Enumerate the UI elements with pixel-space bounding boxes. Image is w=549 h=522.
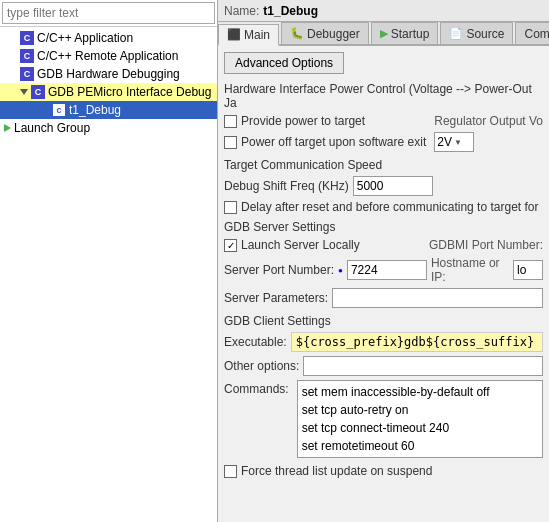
force-thread-checkbox[interactable] — [224, 465, 237, 478]
provide-power-checkbox[interactable] — [224, 115, 237, 128]
debug-shift-label: Debug Shift Freq (KHz) — [224, 179, 349, 193]
c-icon: C — [20, 67, 34, 81]
tab-main[interactable]: ⬛ Main — [218, 24, 279, 46]
hostname-input[interactable] — [513, 260, 543, 280]
name-bar: Name: t1_Debug — [218, 0, 549, 22]
provide-power-row: Provide power to target Regulator Output… — [224, 114, 543, 128]
tree-item-label: GDB Hardware Debugging — [37, 67, 180, 81]
commands-row: Commands: set mem inaccessible-by-defaul… — [224, 380, 543, 458]
delay-label: Delay after reset and before communicati… — [241, 200, 539, 214]
tab-source-label: Source — [466, 27, 504, 41]
other-options-input[interactable] — [303, 356, 543, 376]
name-label: Name: — [224, 4, 259, 18]
dropdown-arrow-icon: ▼ — [454, 138, 462, 147]
other-options-label: Other options: — [224, 359, 299, 373]
tree-item-label: Launch Group — [14, 121, 90, 135]
commands-label: Commands: — [224, 382, 289, 396]
tree-item-label: t1_Debug — [69, 103, 121, 117]
gdb-server-section: GDB Server Settings Launch Server Locall… — [224, 220, 543, 308]
hw-power-section: Hardware Interface Power Control (Voltag… — [224, 82, 543, 152]
delay-row: Delay after reset and before communicati… — [224, 200, 543, 214]
tree-item-gdb-pemicro[interactable]: C GDB PEMicro Interface Debug — [0, 83, 217, 101]
command-line-2: set tcp auto-retry on — [302, 401, 538, 419]
tree-item-label: GDB PEMicro Interface Debug — [48, 85, 211, 99]
filter-input[interactable] — [2, 2, 215, 24]
power-off-row: Power off target upon software exit 2V ▼ — [224, 132, 543, 152]
c-icon: C — [31, 85, 45, 99]
debug-config-icon: c — [52, 103, 66, 117]
right-panel: Name: t1_Debug ⬛ Main 🐛 Debugger ▶ Start… — [218, 0, 549, 522]
tab-debugger-label: Debugger — [307, 27, 360, 41]
launch-locally-row: Launch Server Locally GDBMI Port Number: — [224, 238, 543, 252]
launch-locally-checkbox[interactable] — [224, 239, 237, 252]
server-port-label: Server Port Number: — [224, 263, 334, 277]
hostname-label: Hostname or IP: — [431, 256, 509, 284]
debug-shift-input[interactable] — [353, 176, 433, 196]
expand-arrow-icon — [20, 89, 28, 95]
debug-shift-row: Debug Shift Freq (KHz) — [224, 176, 543, 196]
comm-tab-label: Comm — [524, 27, 549, 41]
left-panel: C C/C++ Application C C/C++ Remote Appli… — [0, 0, 218, 522]
power-off-label: Power off target upon software exit — [241, 135, 426, 149]
tab-startup-label: Startup — [391, 27, 430, 41]
provide-power-label: Provide power to target — [241, 114, 365, 128]
main-tab-icon: ⬛ — [227, 28, 241, 41]
target-comm-title: Target Communication Speed — [224, 158, 543, 172]
debugger-tab-icon: 🐛 — [290, 27, 304, 40]
regulator-label: Regulator Output Vo — [434, 114, 543, 128]
commands-box[interactable]: set mem inaccessible-by-default off set … — [297, 380, 543, 458]
tree-item-gdb-hardware[interactable]: C GDB Hardware Debugging — [0, 65, 217, 83]
tree-item-launch-group[interactable]: Launch Group — [0, 119, 217, 137]
advanced-options-button[interactable]: Advanced Options — [224, 52, 344, 74]
executable-row: Executable: ${cross_prefix}gdb${cross_su… — [224, 332, 543, 352]
c-icon: C — [20, 49, 34, 63]
tree-item-label: C/C++ Remote Application — [37, 49, 178, 63]
command-line-1: set mem inaccessible-by-default off — [302, 383, 538, 401]
c-icon: C — [20, 31, 34, 45]
tab-debugger[interactable]: 🐛 Debugger — [281, 22, 369, 44]
startup-tab-icon: ▶ — [380, 27, 388, 40]
tab-comm[interactable]: Comm — [515, 22, 549, 44]
launch-locally-label: Launch Server Locally — [241, 238, 360, 252]
tree-item-label: C/C++ Application — [37, 31, 133, 45]
content-area: Advanced Options Hardware Interface Powe… — [218, 46, 549, 522]
command-line-3: set tcp connect-timeout 240 — [302, 419, 538, 437]
voltage-value: 2V — [437, 135, 452, 149]
gdbmi-label: GDBMI Port Number: — [429, 238, 543, 252]
gdb-client-section: GDB Client Settings Executable: ${cross_… — [224, 314, 543, 458]
tree-item-c-cpp-app[interactable]: C C/C++ Application — [0, 29, 217, 47]
tabs-bar: ⬛ Main 🐛 Debugger ▶ Startup 📄 Source Com… — [218, 22, 549, 46]
target-comm-section: Target Communication Speed Debug Shift F… — [224, 158, 543, 214]
executable-label: Executable: — [224, 335, 287, 349]
tree-item-c-cpp-remote[interactable]: C C/C++ Remote Application — [0, 47, 217, 65]
main-container: C C/C++ Application C C/C++ Remote Appli… — [0, 0, 549, 522]
voltage-dropdown[interactable]: 2V ▼ — [434, 132, 474, 152]
filter-input-wrap — [0, 0, 217, 27]
force-thread-row: Force thread list update on suspend — [224, 464, 543, 478]
force-thread-label: Force thread list update on suspend — [241, 464, 432, 478]
gdb-server-title: GDB Server Settings — [224, 220, 543, 234]
other-options-row: Other options: — [224, 356, 543, 376]
server-port-marker: ● — [338, 266, 343, 275]
server-port-row: Server Port Number: ● Hostname or IP: — [224, 256, 543, 284]
tab-startup[interactable]: ▶ Startup — [371, 22, 439, 44]
tab-main-label: Main — [244, 28, 270, 42]
server-params-input[interactable] — [332, 288, 543, 308]
tab-source[interactable]: 📄 Source — [440, 22, 513, 44]
hw-power-title: Hardware Interface Power Control (Voltag… — [224, 82, 543, 110]
tree-item-t1-debug[interactable]: c t1_Debug — [0, 101, 217, 119]
server-params-row: Server Parameters: — [224, 288, 543, 308]
launch-group-icon — [4, 124, 11, 132]
delay-checkbox[interactable] — [224, 201, 237, 214]
power-off-checkbox[interactable] — [224, 136, 237, 149]
command-line-4: set remotetimeout 60 — [302, 437, 538, 455]
tree: C C/C++ Application C C/C++ Remote Appli… — [0, 27, 217, 522]
gdb-client-title: GDB Client Settings — [224, 314, 543, 328]
server-params-label: Server Parameters: — [224, 291, 328, 305]
server-port-input[interactable] — [347, 260, 427, 280]
source-tab-icon: 📄 — [449, 27, 463, 40]
name-value: t1_Debug — [263, 4, 318, 18]
executable-value[interactable]: ${cross_prefix}gdb${cross_suffix} — [291, 332, 543, 352]
